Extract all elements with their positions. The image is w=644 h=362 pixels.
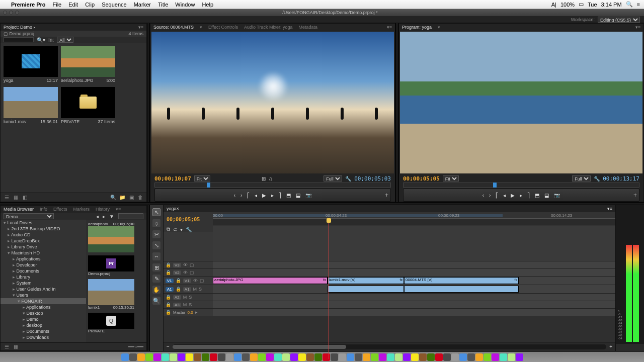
bin-item[interactable]: lumix1.mov15:36:01 [4,87,58,125]
tab-program[interactable]: Program: yoga [402,25,432,30]
dock-app-icon[interactable] [331,353,338,361]
tool-1[interactable]: ⎀ [152,219,160,227]
menu-file[interactable]: File [52,2,61,8]
dock-app-icon[interactable] [443,353,451,361]
dock-app-icon[interactable] [355,353,362,361]
drag-video-icon[interactable]: ⊞ [262,176,266,182]
dock-app-icon[interactable] [475,353,483,361]
tree-item[interactable]: Documents [1,328,86,334]
menu-icon[interactable]: ≡ [637,2,640,8]
tree-item[interactable]: Audio CD [1,232,86,238]
track-lane[interactable] [213,261,615,268]
master-track[interactable]: 🔒Master0.0▸ [164,309,213,316]
dock-app-icon[interactable] [250,353,258,361]
goto-out-button[interactable]: ⎤ [279,193,281,198]
menu-help[interactable]: Help [202,2,213,8]
mark-out-button[interactable]: › [240,193,242,198]
mac-dock[interactable] [0,352,644,362]
clip[interactable] [328,286,404,293]
tab-metadata[interactable]: Metadata [298,25,317,30]
tree-item[interactable]: Developer [1,262,86,268]
find-icon[interactable]: 🔍 [110,195,116,201]
lock-icon[interactable]: 🔒 [166,302,171,307]
tree-item[interactable]: FONGAIR [1,298,86,304]
eye-icon[interactable]: 👁 [183,270,188,275]
dock-app-icon[interactable] [339,353,346,361]
app-name[interactable]: Premiere Pro [11,2,45,8]
dock-app-icon[interactable] [202,353,209,361]
dock-app-icon[interactable] [411,353,419,361]
dock-app-icon[interactable] [298,353,306,361]
panel-menu-icon[interactable]: ▾≡ [387,25,392,30]
dock-app-icon[interactable] [435,353,443,361]
menu-marker[interactable]: Marker [134,2,151,8]
zoom-in-icon[interactable]: + [609,344,612,349]
mb-path-select[interactable]: Demo [4,213,54,219]
track-header[interactable]: 🔒V3👁▢ [164,261,213,268]
track-header[interactable]: 🔒A2MS [164,294,213,301]
menu-title[interactable]: Title [158,2,168,8]
bin-item[interactable]: yoga13:17 [4,46,58,84]
playhead[interactable] [329,218,329,359]
source-scrubber[interactable] [154,183,391,188]
track-target[interactable]: A1 [166,287,174,292]
track-header[interactable]: V1🔒V1👁▢ [164,277,213,285]
program-res-select[interactable]: Full [572,175,591,182]
dock-app-icon[interactable] [234,353,242,361]
menu-clip[interactable]: Clip [85,2,95,8]
tab-markers[interactable]: Markers [73,207,90,212]
dock-app-icon[interactable] [459,353,467,361]
zoom-out-icon[interactable]: − [167,344,170,349]
button-editor-icon[interactable]: + [633,192,637,199]
dock-app-icon[interactable] [145,353,153,361]
filter-select[interactable]: All [57,37,73,43]
tab-info[interactable]: Info [40,207,47,212]
dock-app-icon[interactable] [162,353,169,361]
lock-icon[interactable]: 🔒 [166,270,171,275]
tool-0[interactable]: ↖ [152,208,160,216]
clip[interactable]: lumix1.mov [V]fx [328,277,404,284]
export-frame-button[interactable]: 📷 [305,193,311,198]
trash-icon[interactable]: 🗑 [137,195,143,201]
dock-app-icon[interactable] [419,353,427,361]
dock-app-icon[interactable] [218,353,225,361]
tab-project[interactable]: Project: Demo× [4,25,36,30]
eye-icon[interactable]: 👁 [193,278,198,283]
tool-5[interactable]: ⊞ [152,263,160,272]
mb-tree[interactable]: Local Drives 2nd 3TB Backup VIDEOAudio C… [1,220,86,342]
bin-item[interactable]: aerialphoto.JPG5:00 [61,46,115,84]
tool-8[interactable]: 🔍 [152,297,160,305]
list-view-icon[interactable]: ☰ [4,344,10,350]
settings-icon[interactable]: 🔧 [186,227,192,232]
panel-menu-icon[interactable]: ▾≡ [138,25,143,30]
eye-icon[interactable]: 👁 [183,262,188,267]
mute-icon[interactable]: M [193,287,197,292]
dock-app-icon[interactable] [178,353,185,361]
dock-app-icon[interactable] [347,353,354,361]
dock-app-icon[interactable] [210,353,217,361]
tree-item[interactable]: desktop [1,322,86,328]
workspace-select[interactable]: Editing (CS5.5) [598,17,640,23]
mb-item[interactable]: lumix100;15;36;01 [88,279,144,310]
track-lane[interactable] [213,269,615,276]
insert-button[interactable]: ⬒ [286,193,291,198]
panel-menu-icon[interactable]: ▾≡ [116,207,121,212]
track-lane[interactable]: aerialphoto.JPGfxlumix1.mov [V]fx00004.M… [213,277,615,285]
auto-size-icon[interactable]: ◧ [22,195,28,201]
dock-app-icon[interactable] [258,353,266,361]
panel-menu-icon[interactable]: ▾≡ [635,25,640,30]
tree-item[interactable]: Applications [1,304,86,310]
dock-app-icon[interactable] [170,353,177,361]
link-icon[interactable]: ⊂ [173,227,177,232]
tool-6[interactable]: ✎ [152,275,160,283]
dock-app-icon[interactable] [451,353,459,361]
tree-item[interactable]: Desktop [1,310,86,316]
traffic-lights[interactable] [3,11,19,15]
adobe-icon[interactable]: A| [551,2,556,8]
step-back-button[interactable]: ◂ [503,193,506,198]
marker-icon[interactable]: ▾ [180,227,183,232]
solo-icon[interactable]: ▢ [190,262,194,267]
tree-item[interactable]: User Guides And In [1,286,86,292]
lock-icon[interactable]: 🔒 [176,278,181,283]
dock-app-icon[interactable] [492,353,499,361]
